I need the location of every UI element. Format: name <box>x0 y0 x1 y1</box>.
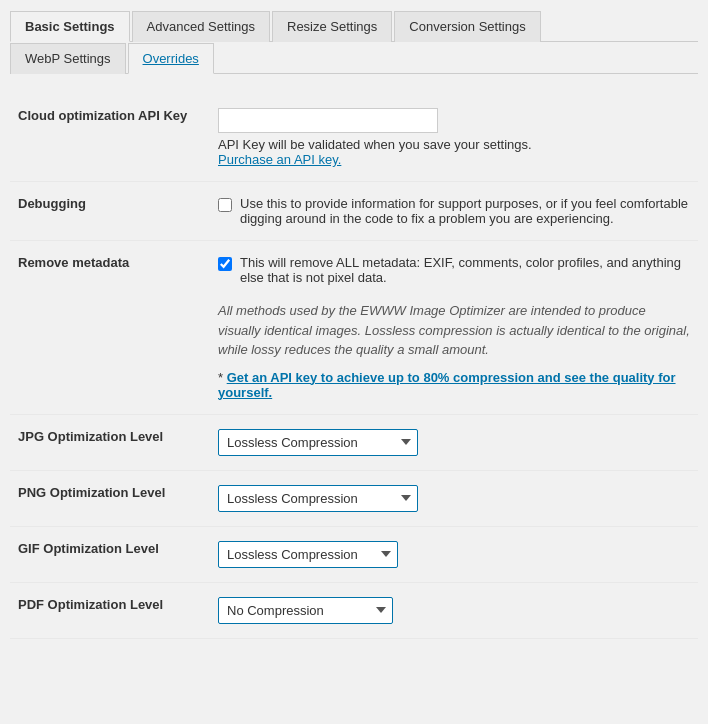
settings-table: Cloud optimization API Key API Key will … <box>10 94 698 639</box>
jpg-opt-select[interactable]: Lossless Compression Lossy Compression N… <box>218 429 418 456</box>
tab-conversion-settings[interactable]: Conversion Settings <box>394 11 540 42</box>
api-key-link[interactable]: Get an API key to achieve up to 80% comp… <box>218 370 676 400</box>
gif-opt-select[interactable]: Lossless Compression Lossy Compression N… <box>218 541 398 568</box>
cloud-api-value: API Key will be validated when you save … <box>210 94 698 182</box>
debugging-checkbox-row: Use this to provide information for supp… <box>218 196 690 226</box>
pdf-opt-value: No Compression Lossless Compression Loss… <box>210 582 698 638</box>
asterisk: * <box>218 370 227 385</box>
tab-webp-settings[interactable]: WebP Settings <box>10 43 126 74</box>
gif-opt-row: GIF Optimization Level Lossless Compress… <box>10 526 698 582</box>
tab-overrides[interactable]: Overrides <box>128 43 214 74</box>
gif-opt-label: GIF Optimization Level <box>10 526 210 582</box>
png-opt-row: PNG Optimization Level Lossless Compress… <box>10 470 698 526</box>
remove-metadata-label: Remove metadata <box>10 241 210 415</box>
pdf-opt-select[interactable]: No Compression Lossless Compression Loss… <box>218 597 393 624</box>
remove-metadata-checkbox-row: This will remove ALL metadata: EXIF, com… <box>218 255 690 285</box>
png-opt-value: Lossless Compression Lossy Compression N… <box>210 470 698 526</box>
cloud-api-row: Cloud optimization API Key API Key will … <box>10 94 698 182</box>
remove-metadata-value: This will remove ALL metadata: EXIF, com… <box>210 241 698 415</box>
png-opt-label: PNG Optimization Level <box>10 470 210 526</box>
debugging-label: Debugging <box>10 182 210 241</box>
api-key-note: API Key will be validated when you save … <box>218 137 532 167</box>
jpg-opt-label: JPG Optimization Level <box>10 414 210 470</box>
tab-resize-settings[interactable]: Resize Settings <box>272 11 392 42</box>
tabs-row-1: Basic Settings Advanced Settings Resize … <box>10 10 698 42</box>
remove-metadata-checkbox[interactable] <box>218 257 232 271</box>
jpg-opt-value: Lossless Compression Lossy Compression N… <box>210 414 698 470</box>
tab-basic-settings[interactable]: Basic Settings <box>10 11 130 42</box>
png-opt-select[interactable]: Lossless Compression Lossy Compression N… <box>218 485 418 512</box>
debugging-description: Use this to provide information for supp… <box>240 196 690 226</box>
purchase-api-link[interactable]: Purchase an API key. <box>218 152 341 167</box>
remove-metadata-row: Remove metadata This will remove ALL met… <box>10 241 698 415</box>
debugging-checkbox[interactable] <box>218 198 232 212</box>
api-link-note: * Get an API key to achieve up to 80% co… <box>218 370 690 400</box>
api-key-input[interactable] <box>218 108 438 133</box>
pdf-opt-row: PDF Optimization Level No Compression Lo… <box>10 582 698 638</box>
gif-opt-value: Lossless Compression Lossy Compression N… <box>210 526 698 582</box>
tabs-row-2: WebP Settings Overrides <box>10 42 698 74</box>
cloud-api-label: Cloud optimization API Key <box>10 94 210 182</box>
tab-advanced-settings[interactable]: Advanced Settings <box>132 11 270 42</box>
pdf-opt-label: PDF Optimization Level <box>10 582 210 638</box>
jpg-opt-row: JPG Optimization Level Lossless Compress… <box>10 414 698 470</box>
debugging-row: Debugging Use this to provide informatio… <box>10 182 698 241</box>
remove-metadata-description: This will remove ALL metadata: EXIF, com… <box>240 255 690 285</box>
italic-note: All methods used by the EWWW Image Optim… <box>218 301 690 360</box>
debugging-value: Use this to provide information for supp… <box>210 182 698 241</box>
